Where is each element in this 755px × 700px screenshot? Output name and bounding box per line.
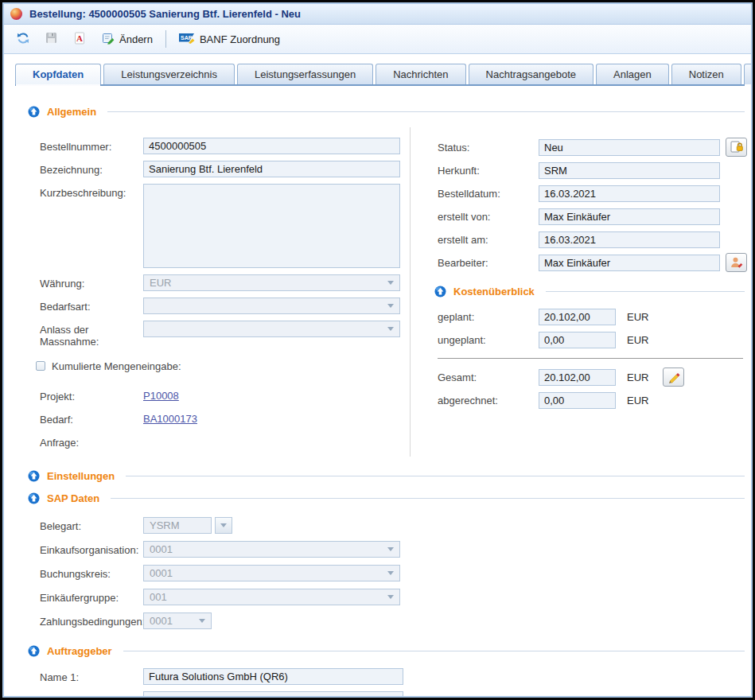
titlebar: Bestellung: 4500000505 Sanierung Btf. Li… [4, 4, 751, 25]
chevron-down-icon [199, 619, 205, 623]
banf-label: BANF Zuordnung [200, 33, 280, 45]
ungeplant-currency: EUR [627, 334, 648, 346]
edit-icon [102, 32, 115, 47]
name1-label: Name 1: [40, 668, 143, 683]
chevron-down-icon [387, 547, 394, 551]
tab-bar: Kopfdaten Leistungsverzeichnis Leistungs… [4, 54, 751, 86]
tab-nachrichten[interactable]: Nachrichten [376, 64, 465, 84]
buchungskreis-label: Buchungskreis: [40, 565, 143, 580]
bestelldatum-label: Bestelldatum: [438, 188, 539, 200]
anlass-select[interactable] [143, 321, 400, 337]
refresh-button[interactable] [12, 29, 34, 50]
gesamt-field[interactable] [539, 369, 616, 386]
bestelldatum-field[interactable] [539, 185, 720, 202]
projekt-label: Projekt: [40, 387, 143, 402]
geplant-field[interactable] [539, 309, 616, 325]
zahlungsbedingungen-label: Zahlungsbedingungen: [40, 612, 143, 628]
erstellt-von-field[interactable] [539, 208, 720, 225]
tab-notizen[interactable]: Notizen [671, 64, 741, 84]
change-bearbeiter-button[interactable] [726, 253, 747, 272]
window-inner: Bestellung: 4500000505 Sanierung Btf. Li… [2, 2, 753, 698]
section-title: Allgemein [47, 106, 96, 118]
bedarf-label: Bedarf: [40, 410, 143, 426]
bedarfsart-select[interactable] [143, 298, 400, 314]
ungeplant-field[interactable] [539, 332, 616, 348]
belegart-dropdown-button[interactable] [215, 517, 232, 534]
save-button[interactable] [41, 29, 62, 49]
abgerechnet-currency: EUR [627, 395, 648, 406]
collapse-arrow-icon[interactable] [28, 470, 40, 482]
bezeichnung-field[interactable] [143, 161, 400, 177]
status-field[interactable] [539, 139, 720, 156]
auftraggeber-fields: Name 1: Name 2: Straße: [4, 668, 751, 696]
pdf-export-button[interactable]: A [68, 29, 91, 50]
section-header-sap-daten: SAP Daten [28, 492, 745, 504]
geplant-currency: EUR [627, 311, 648, 323]
tab-label: Nachrichten [393, 68, 448, 80]
person-edit-icon [730, 256, 743, 269]
svg-text:A: A [76, 33, 83, 43]
edit-gesamt-button[interactable] [663, 368, 684, 387]
bedarf-link[interactable]: BA1000173 [143, 410, 197, 425]
aendern-button[interactable]: Ändern [97, 29, 158, 50]
einkaufsorganisation-select[interactable]: 0001 [143, 541, 400, 558]
name1-field[interactable] [143, 668, 403, 685]
refresh-icon [17, 32, 29, 47]
banf-zuordnung-button[interactable]: SAP BANF Zuordnung [174, 29, 285, 49]
abgerechnet-field[interactable] [539, 392, 616, 409]
chevron-down-icon [387, 571, 394, 575]
zahlungsbedingungen-select[interactable]: 0001 [143, 612, 212, 629]
tab-kopfdaten[interactable]: Kopfdaten [15, 64, 101, 84]
bestellnummer-field[interactable] [143, 138, 400, 154]
projekt-link[interactable]: P10008 [143, 387, 179, 402]
status-lock-button[interactable] [726, 138, 747, 157]
bearbeiter-field[interactable] [539, 255, 720, 271]
collapse-arrow-icon[interactable] [434, 286, 446, 298]
belegart-select[interactable]: YSRM [143, 517, 212, 534]
chevron-down-icon [387, 595, 394, 599]
herkunft-field[interactable] [539, 162, 720, 179]
ungeplant-label: ungeplant: [438, 334, 539, 346]
einkaeufergruppe-select[interactable]: 001 [143, 589, 400, 605]
kumulierte-label: Kumulierte Mengeneingabe: [52, 360, 181, 372]
tab-leistungsverzeichnis[interactable]: Leistungsverzeichnis [103, 64, 235, 84]
status-label: Status: [438, 142, 539, 154]
save-icon [45, 32, 57, 46]
section-divider [107, 111, 745, 112]
section-header-auftraggeber: Auftraggeber [28, 644, 745, 657]
collapse-arrow-icon[interactable] [28, 106, 40, 118]
kumulierte-checkbox[interactable] [36, 361, 45, 371]
sap-banf-icon: SAP [179, 33, 195, 46]
bearbeiter-label: Bearbeiter: [438, 257, 539, 269]
einkaeufergruppe-label: Einkäufergruppe: [40, 589, 143, 604]
belegart-value: YSRM [150, 519, 180, 531]
bestellnummer-label: Bestellnummer: [40, 138, 143, 153]
section-title: Auftraggeber [47, 645, 112, 657]
tab-anlagen[interactable]: Anlagen [596, 64, 669, 84]
app-window: Bestellung: 4500000505 Sanierung Btf. Li… [0, 0, 755, 700]
collapse-arrow-icon[interactable] [28, 645, 40, 657]
anfrage-label: Anfrage: [40, 434, 143, 449]
window-title: Bestellung: 4500000505 Sanierung Btf. Li… [29, 8, 301, 20]
tab-nachtragsangebote[interactable]: Nachtragsangebote [469, 64, 593, 84]
tab-leistungserfassungen[interactable]: Leistungserfassungen [237, 64, 373, 84]
svg-text:SAP: SAP [181, 34, 193, 40]
kurzbeschreibung-field[interactable] [143, 184, 400, 268]
einkaufsorganisation-label: Einkaufsorganisation: [40, 541, 143, 556]
sap-daten-fields: Belegart: YSRM Einkaufsorganisation: 000… [4, 517, 751, 630]
kopfdaten-panel: Allgemein Bestellnummer: Bezeichnung: Ku… [4, 86, 751, 696]
collapse-arrow-icon[interactable] [28, 492, 40, 504]
section-header-einstellungen: Einstellungen [28, 469, 745, 482]
buchungskreis-value: 0001 [150, 567, 173, 579]
name2-field[interactable] [143, 691, 403, 696]
tab-log[interactable]: Log [744, 64, 753, 84]
pdf-icon: A [73, 32, 86, 47]
document-lock-icon [730, 141, 744, 154]
waehrung-select[interactable]: EUR [143, 274, 400, 291]
section-title: Einstellungen [47, 470, 115, 482]
tab-label: Nachtragsangebote [486, 68, 576, 80]
erstellt-am-field[interactable] [539, 231, 720, 248]
abgerechnet-label: abgerechnet: [438, 395, 539, 406]
kurzbeschreibung-label: Kurzbeschreibung: [40, 184, 143, 199]
buchungskreis-select[interactable]: 0001 [143, 565, 400, 581]
